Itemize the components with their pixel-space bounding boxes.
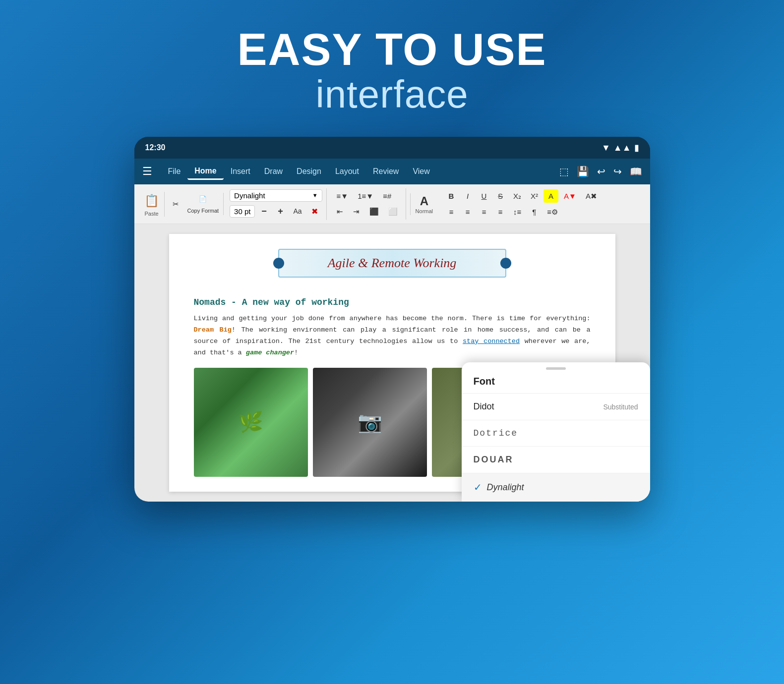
superscript-button[interactable]: X² bbox=[527, 189, 542, 203]
font-item-dynalight-left: ✓ Dynalight bbox=[474, 481, 524, 493]
increase-size-button[interactable]: + bbox=[273, 204, 288, 219]
cut-copy-group: ✂ 📄 Copy Format bbox=[167, 193, 224, 215]
cut-button[interactable]: ✂ bbox=[169, 197, 183, 211]
menu-view[interactable]: View bbox=[406, 164, 436, 179]
pilcrow-button[interactable]: ¶ bbox=[527, 205, 542, 219]
paste-button[interactable]: 📋 bbox=[141, 192, 162, 210]
decrease-size-button[interactable]: − bbox=[256, 204, 271, 219]
photo-plants: 🌿 bbox=[194, 368, 308, 477]
font-name-value: Dynalight bbox=[234, 191, 265, 200]
style-normal-label: Normal bbox=[416, 208, 433, 214]
lists-group: ≡▼ 1≡▼ ≡# ⇤ ⇥ ⬛ ⬜ bbox=[329, 188, 406, 220]
toolbar: 📋 Paste ✂ 📄 Copy Format Dynalight ▼ bbox=[134, 184, 650, 224]
align-justify-button[interactable]: ≡ bbox=[493, 205, 508, 219]
font-dropdown-arrow: ▼ bbox=[312, 192, 318, 198]
font-panel: Font Didot Substituted Dotrice DOUAR bbox=[462, 362, 650, 502]
copy-button[interactable]: 📄 bbox=[185, 193, 222, 205]
photo-desk: 📷 bbox=[313, 368, 427, 477]
menu-design[interactable]: Design bbox=[290, 164, 328, 179]
doc-body: Living and getting your job done from an… bbox=[194, 313, 591, 359]
font-size-value: 30 pt bbox=[234, 207, 250, 216]
menu-review[interactable]: Review bbox=[366, 164, 406, 179]
corner-decoration-right bbox=[500, 258, 511, 269]
paragraph-settings-button[interactable]: ≡⚙ bbox=[543, 205, 562, 219]
font-name-didot: Didot bbox=[474, 401, 494, 412]
font-substituted-label: Substituted bbox=[603, 403, 638, 411]
menu-file[interactable]: File bbox=[161, 164, 188, 179]
hero-title: EASY TO USE bbox=[238, 27, 547, 72]
battery-icon: ▮ bbox=[634, 142, 639, 153]
font-item-dynalight[interactable]: ✓ Dynalight bbox=[462, 473, 650, 502]
font-panel-title: Font bbox=[462, 372, 650, 394]
font-name-dotrice: Dotrice bbox=[474, 428, 518, 438]
copy-format-button[interactable]: Copy Format bbox=[185, 206, 222, 215]
hero-subtitle: interface bbox=[238, 72, 547, 117]
align-center-button[interactable]: ≡ bbox=[460, 205, 475, 219]
hamburger-menu[interactable]: ☰ bbox=[142, 165, 152, 178]
redo-icon[interactable]: ↪ bbox=[613, 166, 622, 177]
checkmark-icon: ✓ bbox=[474, 481, 482, 493]
italic-button[interactable]: I bbox=[460, 189, 475, 203]
menu-insert[interactable]: Insert bbox=[224, 164, 257, 179]
copy-format-label: Copy Format bbox=[187, 208, 219, 214]
indent-decrease-button[interactable]: ⇤ bbox=[333, 205, 348, 219]
align-right2-button[interactable]: ⬜ bbox=[384, 205, 402, 219]
format-buttons-group: B I U S X₂ X² A A▼ A✖ ≡ ≡ ≡ ≡ ↕≡ ¶ ≡⚙ bbox=[440, 188, 605, 220]
menu-home[interactable]: Home bbox=[187, 164, 223, 180]
save-icon[interactable]: 💾 bbox=[577, 166, 589, 177]
undo-icon[interactable]: ↩ bbox=[597, 166, 605, 177]
paste-group: 📋 Paste bbox=[139, 192, 165, 217]
font-item-dotrice[interactable]: Dotrice bbox=[462, 420, 650, 447]
style-A-indicator: A bbox=[420, 194, 428, 208]
menu-layout[interactable]: Layout bbox=[328, 164, 366, 179]
clear-format-button[interactable]: ✖ bbox=[307, 204, 322, 219]
corner-decoration-left bbox=[273, 258, 284, 269]
font-name-douar: DOUAR bbox=[474, 455, 514, 465]
font-item-didot-left: Didot bbox=[474, 401, 494, 412]
highlight-button[interactable]: ⬛ bbox=[365, 205, 383, 219]
status-icons: ▼ ▲▲ ▮ bbox=[602, 142, 639, 153]
line-spacing-button[interactable]: ↕≡ bbox=[509, 205, 525, 219]
book-icon[interactable]: 📖 bbox=[630, 166, 642, 177]
edit-icon[interactable]: ⬚ bbox=[559, 166, 569, 177]
doc-game-changer: game changer bbox=[246, 349, 294, 356]
multi-list-button[interactable]: ≡# bbox=[379, 189, 395, 203]
font-name-dynalight: Dynalight bbox=[487, 482, 524, 493]
bullet-list-button[interactable]: ≡▼ bbox=[333, 189, 353, 203]
font-name-selector[interactable]: Dynalight ▼ bbox=[230, 189, 322, 202]
doc-stay-connected: stay connected bbox=[463, 338, 520, 345]
device-frame: 12:30 ▼ ▲▲ ▮ ☰ File Home Insert Draw Des… bbox=[134, 137, 650, 502]
doc-title-banner: Agile & Remote Working bbox=[278, 249, 506, 278]
underline-button[interactable]: U bbox=[477, 189, 491, 203]
align-left-button[interactable]: ≡ bbox=[444, 205, 459, 219]
doc-dream-big: Dream Big bbox=[194, 326, 232, 334]
hero-section: EASY TO USE interface bbox=[238, 0, 547, 137]
font-aa-button[interactable]: Aa bbox=[289, 205, 305, 218]
indent-increase-button[interactable]: ⇥ bbox=[349, 205, 364, 219]
doc-body-final: ! bbox=[294, 349, 298, 356]
menu-draw[interactable]: Draw bbox=[257, 164, 290, 179]
font-color-button[interactable]: A▼ bbox=[560, 189, 580, 203]
clear-all-button[interactable]: A✖ bbox=[582, 189, 601, 203]
bold-button[interactable]: B bbox=[444, 189, 459, 203]
font-item-dotrice-left: Dotrice bbox=[474, 428, 518, 438]
highlight-color-button[interactable]: A bbox=[543, 189, 558, 203]
font-size-box: 30 pt bbox=[230, 205, 255, 218]
wifi-icon: ▼ bbox=[602, 143, 610, 153]
style-normal-group: A Normal bbox=[410, 193, 438, 215]
font-item-didot[interactable]: Didot Substituted bbox=[462, 394, 650, 420]
title-banner-wrapper: Agile & Remote Working bbox=[194, 249, 591, 287]
subscript-button[interactable]: X₂ bbox=[509, 189, 525, 203]
align-right-button[interactable]: ≡ bbox=[477, 205, 491, 219]
font-item-douar[interactable]: DOUAR bbox=[462, 447, 650, 473]
strikethrough-button[interactable]: S bbox=[493, 189, 508, 203]
menu-right-icons: ⬚ 💾 ↩ ↪ 📖 bbox=[559, 166, 642, 177]
font-panel-handle bbox=[462, 362, 650, 372]
doc-title-text: Agile & Remote Working bbox=[328, 256, 457, 270]
doc-body-intro: Living and getting your job done from an… bbox=[194, 315, 591, 322]
font-selector-group: Dynalight ▼ 30 pt − + Aa ✖ bbox=[226, 188, 327, 220]
numbered-list-button[interactable]: 1≡▼ bbox=[354, 189, 377, 203]
handle-bar bbox=[546, 367, 566, 370]
font-item-douar-left: DOUAR bbox=[474, 455, 514, 465]
document-area: Agile & Remote Working Nomads - A new wa… bbox=[134, 224, 650, 502]
